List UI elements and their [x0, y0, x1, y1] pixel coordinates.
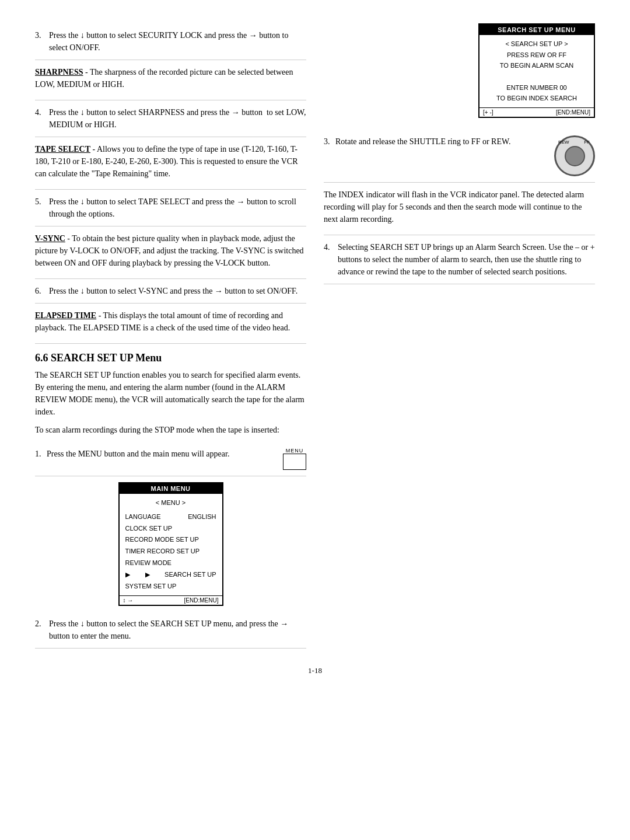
vsync-section: V-SYNC - To obtain the best picture qual… [35, 226, 306, 279]
menu-row-system: SYSTEM SET UP [125, 581, 216, 592]
step1-text: 1. Press the MENU button and the main me… [35, 448, 277, 460]
step-content: Press the ↓ button to select SHARPNESS a… [49, 106, 306, 131]
elapsed-time-term: ELAPSED TIME [35, 311, 96, 320]
menu-button-widget: MENU [283, 448, 306, 470]
menu-row-search: ▶ SEARCH SET UP [125, 569, 216, 581]
search-menu-header: SEARCH SET UP MENU [480, 25, 594, 35]
index-paragraph-section: The INDEX indicator will flash in the VC… [324, 183, 595, 235]
menu-item-search: SEARCH SET UP [164, 569, 216, 581]
tape-select-para: TAPE SELECT - Allows you to define the t… [35, 143, 306, 180]
step-4-right: 4. Selecting SEARCH SET UP brings up an … [324, 235, 595, 284]
step1-num: 1. [35, 449, 41, 458]
search-footer-right: [END:MENU] [556, 109, 590, 116]
menu-item-record: RECORD MODE SET UP [125, 534, 199, 546]
search-menu-footer: [+ -] [END:MENU] [480, 107, 594, 117]
step-num: 3. [35, 29, 46, 54]
menu-row-timer: TIMER RECORD SET UP [125, 546, 216, 557]
section66-para1: The SEARCH SET UP function enables you t… [35, 369, 306, 418]
menu-item-timer: TIMER RECORD SET UP [125, 546, 200, 557]
shuttle-ff-label: FF [584, 140, 590, 145]
search-menu-line2: PRESS REW OR FF [485, 50, 588, 61]
selected-arrow: ▶ [145, 569, 150, 581]
main-menu-box: MAIN MENU < MENU > LANGUAGE ENGLISH CLOC… [118, 482, 223, 606]
main-menu-header: MAIN MENU [120, 483, 222, 494]
menu-item-clock: CLOCK SET UP [125, 523, 173, 535]
shuttle-outer-ring: FF REW [554, 135, 595, 176]
shuttle-rew-label: REW [558, 140, 569, 145]
elapsed-time-para: ELAPSED TIME - This displays the total a… [35, 309, 306, 334]
step-content: Press the ↓ button to select TAPE SELECT… [49, 196, 306, 220]
menu-row-record: RECORD MODE SET UP [125, 534, 216, 546]
main-menu-footer: ↕ → [END:MENU] [120, 595, 222, 605]
step-content: Press the ↓ button to select the SEARCH … [49, 618, 306, 642]
step-6: 6. Press the ↓ button to select V-SYNC a… [35, 279, 306, 304]
step-3-security: 3. Press the ↓ button to select SECURITY… [35, 23, 306, 60]
section-heading: 6.6 SEARCH SET UP Menu [35, 352, 306, 364]
vsync-para: V-SYNC - To obtain the best picture qual… [35, 232, 306, 269]
step-5: 5. Press the ↓ button to select TAPE SEL… [35, 190, 306, 226]
step-3-right: 3. Rotate and release the SHUTTLE ring t… [324, 130, 595, 183]
menu-button-icon[interactable] [283, 454, 306, 470]
page-number: 1-18 [35, 666, 595, 675]
menu-item-language-val: ENGLISH [188, 511, 216, 523]
step-content: Press the ↓ button to select V-SYNC and … [49, 285, 306, 297]
step-content: Selecting SEARCH SET UP brings up an Ala… [338, 241, 595, 278]
right-column: SEARCH SET UP MENU < SEARCH SET UP > PRE… [324, 23, 595, 649]
search-menu-line4: ENTER NUMBER 00 [485, 82, 588, 93]
vsync-def: - To obtain the best picture quality whe… [35, 234, 304, 267]
menu-item-language: LANGUAGE [125, 511, 161, 523]
step-2: 2. Press the ↓ button to select the SEAR… [35, 612, 306, 649]
menu-footer-right: [END:MENU] [184, 597, 219, 604]
search-menu-line5: TO BEGIN INDEX SEARCH [485, 93, 588, 104]
main-menu-title: < MENU > [125, 497, 216, 509]
step1-content: 1. Press the MENU button and the main me… [35, 448, 306, 470]
search-menu-body: < SEARCH SET UP > PRESS REW OR FF TO BEG… [480, 35, 594, 107]
step3-num: 3. [324, 137, 330, 146]
menu-item-review: REVIEW MODE [125, 557, 172, 569]
search-menu-spacer [485, 71, 588, 82]
menu-btn-label: MENU [286, 448, 304, 454]
sharpness-section: SHARPNESS - The sharpness of the recorde… [35, 60, 306, 100]
step3-text: 3. Rotate and release the SHUTTLE ring t… [324, 135, 542, 148]
left-column: 3. Press the ↓ button to select SECURITY… [35, 23, 306, 649]
search-menu-box: SEARCH SET UP MENU < SEARCH SET UP > PRE… [478, 23, 595, 118]
sharpness-term: SHARPNESS [35, 68, 83, 76]
step-num: 2. [35, 618, 46, 642]
shuttle-ring: FF REW [554, 135, 595, 176]
step-4: 4. Press the ↓ button to select SHARPNES… [35, 100, 306, 137]
right-col-top: SEARCH SET UP MENU < SEARCH SET UP > PRE… [324, 23, 595, 124]
search-menu-line1: < SEARCH SET UP > [485, 39, 588, 50]
step-num: 4. [35, 106, 46, 131]
step-num: 5. [35, 196, 46, 220]
menu-row-language: LANGUAGE ENGLISH [125, 511, 216, 523]
menu-row-review: REVIEW MODE [125, 557, 216, 569]
index-paragraph: The INDEX indicator will flash in the VC… [324, 189, 595, 225]
step-1-menu: 1. Press the MENU button and the main me… [35, 442, 306, 476]
menu-item-system: SYSTEM SET UP [125, 581, 177, 592]
tape-select-term: TAPE SELECT [35, 145, 90, 154]
step-num: 4. [324, 241, 334, 278]
elapsed-time-section: ELAPSED TIME - This displays the total a… [35, 304, 306, 344]
step-num: 6. [35, 285, 46, 297]
menu-footer-left: ↕ → [123, 597, 134, 604]
search-footer-left: [+ -] [483, 109, 494, 116]
tape-select-section: TAPE SELECT - Allows you to define the t… [35, 137, 306, 190]
vsync-term: V-SYNC [35, 234, 65, 243]
sharpness-para: SHARPNESS - The sharpness of the recorde… [35, 66, 306, 90]
search-menu-line3: TO BEGIN ALARM SCAN [485, 60, 588, 71]
step-content: Press the ↓ button to select SECURITY LO… [49, 29, 306, 54]
menu-row-clock: CLOCK SET UP [125, 523, 216, 535]
section66-para2: To scan alarm recordings during the STOP… [35, 424, 306, 436]
main-menu-body: < MENU > LANGUAGE ENGLISH CLOCK SET UP R… [120, 494, 222, 595]
shuttle-inner-ring [565, 146, 585, 166]
